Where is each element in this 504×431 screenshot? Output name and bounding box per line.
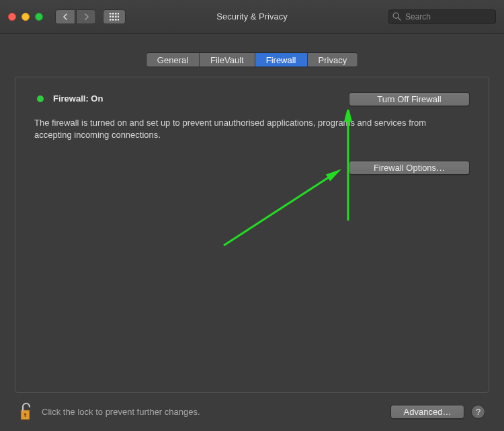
help-button[interactable]: ? [471, 405, 485, 419]
svg-rect-0 [110, 13, 112, 15]
status-on-icon [37, 95, 44, 102]
svg-rect-8 [110, 19, 112, 21]
grid-icon [110, 13, 119, 21]
tab-general[interactable]: General [146, 53, 200, 67]
tabs: General FileVault Firewall Privacy [146, 52, 358, 67]
svg-rect-3 [118, 13, 119, 15]
tab-firewall[interactable]: Firewall [255, 53, 308, 67]
back-button[interactable] [55, 9, 75, 24]
titlebar: Security & Privacy [0, 0, 504, 34]
svg-line-13 [398, 17, 401, 20]
svg-rect-9 [112, 19, 114, 21]
svg-rect-6 [115, 15, 117, 17]
firewall-panel: Firewall: On Turn Off Firewall The firew… [15, 77, 489, 393]
firewall-options-button[interactable]: Firewall Options… [349, 161, 470, 175]
tab-filevault[interactable]: FileVault [200, 53, 255, 67]
svg-rect-11 [118, 19, 119, 21]
footer: Click the lock to prevent further change… [0, 402, 504, 421]
advanced-button[interactable]: Advanced… [390, 405, 464, 419]
firewall-description: The firewall is turned on and set up to … [34, 117, 451, 141]
svg-rect-4 [110, 15, 112, 17]
svg-rect-7 [118, 15, 119, 17]
svg-rect-2 [115, 13, 117, 15]
svg-rect-5 [112, 15, 114, 17]
chevron-right-icon [83, 13, 89, 20]
turn-off-firewall-button[interactable]: Turn Off Firewall [349, 92, 470, 106]
svg-line-15 [224, 173, 335, 245]
window-controls [8, 13, 43, 21]
minimize-window-button[interactable] [22, 13, 30, 21]
annotation-arrow-diagonal-icon [220, 168, 341, 249]
search-wrap [388, 9, 496, 24]
lock-button[interactable] [19, 402, 34, 421]
lock-open-icon [19, 402, 34, 421]
search-icon [392, 12, 401, 21]
maximize-window-button[interactable] [35, 13, 43, 21]
chevron-left-icon [62, 13, 69, 20]
show-all-button[interactable] [103, 9, 126, 24]
tabs-row: General FileVault Firewall Privacy [0, 52, 504, 67]
search-input[interactable] [388, 9, 496, 24]
nav-buttons [55, 9, 96, 24]
forward-button[interactable] [76, 9, 96, 24]
tab-privacy[interactable]: Privacy [308, 53, 358, 67]
lock-hint-text: Click the lock to prevent further change… [42, 407, 200, 417]
close-window-button[interactable] [8, 13, 16, 21]
svg-rect-1 [112, 13, 114, 15]
svg-rect-17 [25, 414, 26, 417]
svg-rect-10 [115, 19, 117, 21]
firewall-status-label: Firewall: On [53, 93, 103, 104]
